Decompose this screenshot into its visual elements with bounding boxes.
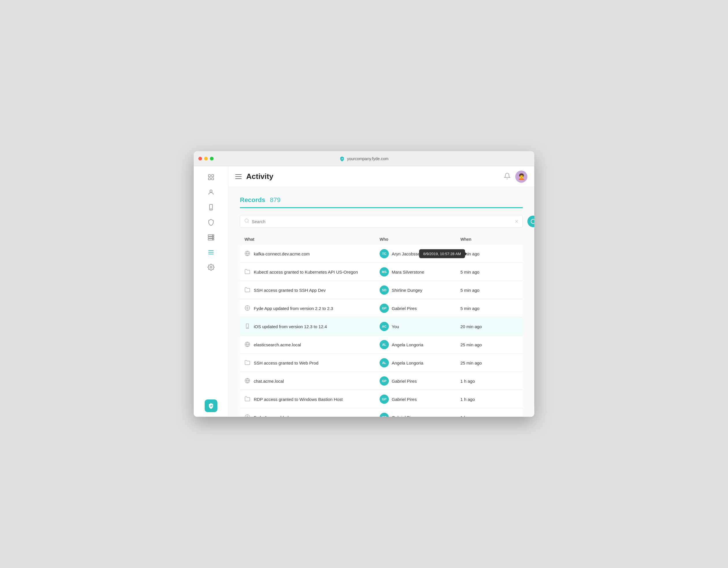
what-cell: chat.acme.local	[244, 378, 380, 384]
who-cell: TC Aryn Jacobssen	[380, 249, 460, 258]
who-cell: AL Angela Longoria	[380, 340, 460, 349]
sidebar-item-apps[interactable]	[205, 171, 217, 184]
who-name: Aryn Jacobssen	[392, 251, 423, 256]
when-cell: 20 min ago	[460, 324, 518, 329]
what-cell: elasticsearch.acme.local	[244, 341, 380, 348]
table-row[interactable]: Fyde App enabled GP Gabriel Pires 1 h ag…	[240, 409, 523, 417]
mobile-icon	[244, 323, 250, 330]
when-cell: 25 min ago	[460, 342, 518, 347]
app-icon	[244, 414, 250, 417]
when-cell: 5 min ago	[460, 270, 518, 274]
globe-icon	[244, 378, 250, 384]
who-cell: GP Gabriel Pires	[380, 413, 460, 417]
table-row[interactable]: SSH access granted to SSH App Dev SD Shi…	[240, 281, 523, 299]
who-name: Shirline Dungey	[392, 288, 422, 293]
sidebar	[194, 166, 228, 417]
user-avatar-small: SD	[380, 285, 389, 295]
who-name: Angela Longoria	[392, 360, 423, 365]
sidebar-item-security[interactable]	[205, 216, 217, 229]
column-when: When	[460, 237, 518, 242]
what-text: iOS updated from version 12.3 to 12.4	[254, 324, 327, 329]
svg-point-4	[210, 190, 212, 192]
who-cell: AL Angela Longoria	[380, 358, 460, 367]
who-cell: AC You	[380, 322, 460, 331]
svg-point-12	[212, 239, 213, 240]
fyde-logo-icon	[339, 156, 345, 161]
sidebar-item-users[interactable]	[205, 186, 217, 199]
svg-point-22	[247, 327, 248, 328]
table-row[interactable]: chat.acme.local GP Gabriel Pires 1 h ago	[240, 372, 523, 390]
what-cell: iOS updated from version 12.3 to 12.4	[244, 323, 380, 330]
close-dot[interactable]	[198, 157, 202, 160]
sidebar-item-devices[interactable]	[205, 201, 217, 214]
when-cell: 1 h ago	[460, 379, 518, 384]
table-body: kafka-connect.dev.acme.com TC Aryn Jacob…	[240, 245, 523, 417]
what-text: elasticsearch.acme.local	[254, 342, 301, 347]
what-text: Fyde App enabled	[254, 415, 289, 417]
user-avatar-small: GP	[380, 413, 389, 417]
what-cell: SSH access granted to SSH App Dev	[244, 287, 380, 294]
table-row[interactable]: elasticsearch.acme.local AL Angela Longo…	[240, 336, 523, 354]
table-row[interactable]: RDP access granted to Windows Bastion Ho…	[240, 391, 523, 408]
when-cell: 25 min ago	[460, 360, 518, 365]
app-window: yourcompany.fyde.com	[194, 151, 534, 417]
folder-icon	[244, 269, 250, 275]
window-controls	[198, 157, 214, 160]
search-bar: ✕	[240, 215, 523, 228]
user-avatar-small: AC	[380, 322, 389, 331]
svg-point-17	[245, 219, 248, 222]
notifications-button[interactable]	[504, 173, 511, 181]
search-input[interactable]	[252, 219, 515, 224]
when-cell: 5 min ago	[460, 288, 518, 293]
who-name: Mara Silverstone	[392, 270, 424, 274]
table-row[interactable]: kafka-connect.dev.acme.com TC Aryn Jacob…	[240, 245, 523, 263]
sidebar-item-settings[interactable]	[205, 261, 217, 274]
folder-icon	[244, 360, 250, 366]
svg-point-26	[247, 416, 248, 417]
hamburger-button[interactable]	[235, 174, 242, 179]
records-label: Records	[240, 196, 265, 204]
sidebar-item-activity[interactable]	[205, 246, 217, 259]
column-what: What	[244, 237, 380, 242]
user-avatar-small: GP	[380, 395, 389, 404]
sidebar-fyde-logo[interactable]	[205, 399, 217, 412]
page-title: Activity	[246, 172, 499, 181]
who-name: Gabriel Pires	[392, 379, 417, 384]
who-name: Gabriel Pires	[392, 415, 417, 417]
who-name: You	[392, 324, 399, 329]
what-text: Fyde App updated from version 2.2 to 2.3	[254, 306, 333, 311]
table-row[interactable]: SSH access granted to Web Prod AL Angela…	[240, 354, 523, 372]
maximize-dot[interactable]	[210, 157, 214, 160]
what-text: RDP access granted to Windows Bastion Ho…	[254, 397, 343, 402]
when-cell: 5 min ago	[460, 306, 518, 311]
user-avatar-small: AL	[380, 340, 389, 349]
svg-point-11	[212, 237, 213, 238]
who-cell: GP Gabriel Pires	[380, 376, 460, 386]
refresh-button[interactable]	[527, 216, 534, 227]
who-name: Gabriel Pires	[392, 397, 417, 402]
user-avatar[interactable]: 🧑‍🦱	[515, 171, 527, 183]
user-avatar-small: GP	[380, 376, 389, 386]
main-layout: Activity 🧑‍🦱 Records 879	[194, 166, 534, 417]
folder-icon	[244, 396, 250, 403]
who-cell: GP Gabriel Pires	[380, 304, 460, 313]
what-cell: Fyde App enabled	[244, 414, 380, 417]
when-cell: 1 h ago	[460, 415, 518, 417]
table-row[interactable]: iOS updated from version 12.3 to 12.4 AC…	[240, 318, 523, 335]
svg-rect-0	[208, 175, 210, 177]
user-avatar-small: MS	[380, 267, 389, 276]
svg-point-20	[247, 307, 248, 309]
what-cell: RDP access granted to Windows Bastion Ho…	[244, 396, 380, 403]
fyde-shield-icon	[208, 403, 214, 409]
who-name: Gabriel Pires	[392, 306, 417, 311]
records-count: 879	[270, 196, 281, 204]
minimize-dot[interactable]	[204, 157, 208, 160]
titlebar: yourcompany.fyde.com	[194, 151, 534, 166]
table-row[interactable]: Kubectl access granted to Kubernetes API…	[240, 263, 523, 281]
table-row[interactable]: Fyde App updated from version 2.2 to 2.3…	[240, 300, 523, 317]
who-cell: SD Shirline Dungey	[380, 285, 460, 295]
what-cell: SSH access granted to Web Prod	[244, 360, 380, 366]
sidebar-item-resources[interactable]	[205, 231, 217, 244]
search-icon	[244, 218, 249, 225]
clear-search-button[interactable]: ✕	[515, 219, 518, 224]
